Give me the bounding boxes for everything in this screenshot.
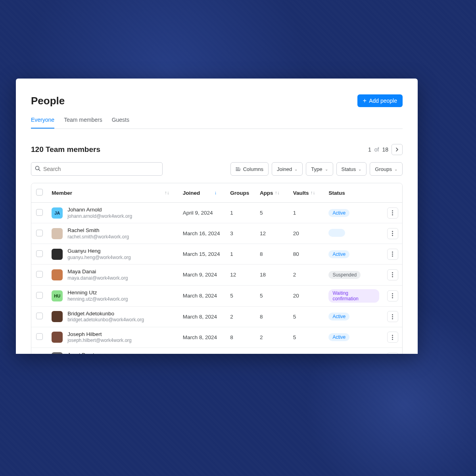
avatar: JA xyxy=(52,207,63,219)
apps-cell: 12 xyxy=(256,223,289,244)
member-email: rachel.smith@work4work.org xyxy=(67,234,129,240)
member-name: Henning Utz xyxy=(67,289,128,296)
select-all-checkbox[interactable] xyxy=(36,189,43,196)
avatar xyxy=(52,332,63,343)
groups-cell: 1 xyxy=(226,203,256,223)
col-vaults[interactable]: Vaults xyxy=(293,190,309,196)
status-badge xyxy=(328,229,345,237)
add-people-button[interactable]: + Add people xyxy=(357,94,403,107)
vaults-cell: 18 xyxy=(289,347,325,354)
col-joined[interactable]: Joined xyxy=(183,190,200,196)
row-actions-button[interactable] xyxy=(387,290,398,301)
col-apps[interactable]: Apps xyxy=(260,190,273,196)
member-name: Joost Braxton xyxy=(67,351,131,354)
vaults-cell: 5 xyxy=(289,327,325,347)
columns-button[interactable]: Columns xyxy=(230,162,269,176)
joined-cell: March 7, 2024 xyxy=(179,347,226,354)
groups-cell: 2 xyxy=(226,306,256,327)
col-groups[interactable]: Groups xyxy=(226,183,256,203)
apps-cell: 5 xyxy=(256,203,289,223)
more-icon xyxy=(392,251,393,257)
vaults-cell: 20 xyxy=(289,285,325,306)
member-email: guanyu.heng@work4work.org xyxy=(67,255,131,261)
pagination: 1 of 18 xyxy=(368,144,403,155)
member-email: maya.danai@work4work.org xyxy=(67,275,128,282)
avatar: HU xyxy=(52,290,63,301)
row-checkbox[interactable] xyxy=(36,333,43,340)
groups-cell: 5 xyxy=(226,285,256,306)
sort-icon[interactable]: ↑↓ xyxy=(310,190,315,196)
joined-cell: March 9, 2024 xyxy=(179,265,226,285)
sort-down-icon[interactable]: ↓ xyxy=(214,190,217,196)
row-actions-button[interactable] xyxy=(387,311,398,322)
row-actions-button[interactable] xyxy=(387,228,398,239)
page-of-label: of xyxy=(374,146,379,153)
status-badge: Active xyxy=(328,250,349,258)
member-name: Guanyu Heng xyxy=(67,248,131,255)
page-total: 18 xyxy=(382,146,388,153)
tab-guests[interactable]: Guests xyxy=(112,117,129,129)
row-checkbox[interactable] xyxy=(36,209,43,216)
joined-cell: March 8, 2024 xyxy=(179,327,226,347)
member-name: Johann Arnold xyxy=(67,206,132,213)
avatar xyxy=(52,269,63,280)
row-actions-button[interactable] xyxy=(387,269,398,280)
subtitle: 120 Team members xyxy=(31,145,100,154)
vaults-cell: 80 xyxy=(289,244,325,265)
main-panel: People + Add people EveryoneTeam members… xyxy=(16,79,418,354)
tab-team-members[interactable]: Team members xyxy=(64,117,102,129)
row-checkbox[interactable] xyxy=(36,313,43,319)
groups-cell: 12 xyxy=(226,265,256,285)
columns-icon xyxy=(236,167,241,172)
chevron-right-icon xyxy=(395,148,399,152)
groups-filter[interactable]: Groups ⌄ xyxy=(370,162,403,176)
page-current: 1 xyxy=(368,146,371,153)
search-input[interactable] xyxy=(31,162,163,176)
vaults-cell: 2 xyxy=(289,265,325,285)
chevron-down-icon: ⌄ xyxy=(325,167,328,171)
type-filter[interactable]: Type ⌄ xyxy=(306,162,333,176)
avatar xyxy=(52,352,63,354)
status-badge: Suspended xyxy=(328,271,361,279)
avatar xyxy=(52,228,63,239)
groups-cell: 8 xyxy=(226,347,256,354)
apps-cell: 8 xyxy=(256,306,289,327)
page-title: People xyxy=(31,95,65,107)
row-checkbox[interactable] xyxy=(36,250,43,257)
joined-filter[interactable]: Joined ⌄ xyxy=(272,162,303,176)
sort-icon[interactable]: ↑↓ xyxy=(275,190,280,196)
table-row: Rachel Smithrachel.smith@work4work.orgMa… xyxy=(31,223,402,244)
apps-cell: 18 xyxy=(256,265,289,285)
row-actions-button[interactable] xyxy=(387,207,398,219)
more-icon xyxy=(392,231,393,236)
apps-cell: 5 xyxy=(256,285,289,306)
avatar xyxy=(52,249,63,260)
apps-cell: 8 xyxy=(256,244,289,265)
status-badge: Active xyxy=(328,333,349,341)
row-actions-button[interactable] xyxy=(387,332,398,343)
row-actions-button[interactable] xyxy=(387,352,398,354)
table-row: JAJohann Arnoldjohann.arnold@work4work.o… xyxy=(31,203,402,223)
joined-cell: March 15, 2024 xyxy=(179,244,226,265)
row-checkbox[interactable] xyxy=(36,230,43,236)
chevron-down-icon: ⌄ xyxy=(394,167,397,171)
apps-cell: 2 xyxy=(256,327,289,347)
col-status[interactable]: Status xyxy=(324,183,383,203)
status-filter[interactable]: Status ⌄ xyxy=(336,162,367,176)
member-email: bridget.adetokunbo@work4work.org xyxy=(67,317,144,323)
joined-cell: March 8, 2024 xyxy=(179,285,226,306)
vaults-cell: 1 xyxy=(289,203,325,223)
table-row: Joost Braxtonjoost.braxton@work4work.org… xyxy=(31,347,402,354)
member-email: joseph.hilbert@work4work.org xyxy=(67,338,132,344)
members-table: Member↑↓ Joined↓ Groups Apps↑↓ Vaults↑↓ … xyxy=(31,183,403,354)
row-checkbox[interactable] xyxy=(36,271,43,278)
table-row: HUHenning Utzhenning.utz@work4work.orgMa… xyxy=(31,285,402,306)
row-actions-button[interactable] xyxy=(387,249,398,260)
row-checkbox[interactable] xyxy=(36,292,43,299)
sort-icon[interactable]: ↑↓ xyxy=(165,190,169,196)
next-page-button[interactable] xyxy=(392,144,403,155)
tab-everyone[interactable]: Everyone xyxy=(31,117,54,129)
vaults-cell: 5 xyxy=(289,306,325,327)
more-icon xyxy=(392,335,393,340)
col-member[interactable]: Member xyxy=(52,190,72,196)
